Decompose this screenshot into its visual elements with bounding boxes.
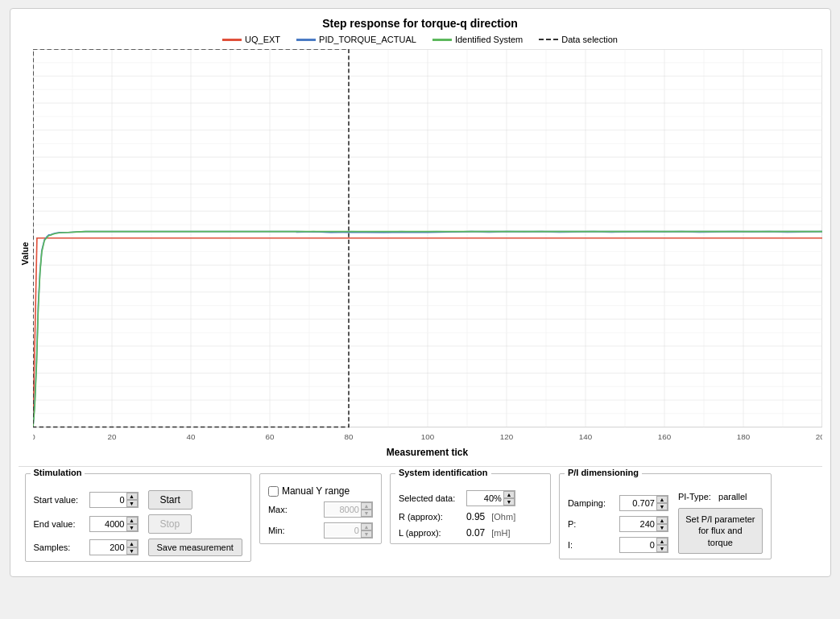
- selected-data-spin-buttons: ▲ ▼: [503, 491, 515, 506]
- chart-svg: 8000 7428 6857 6285 5714 5142 4571 4000 …: [33, 49, 822, 444]
- min-up[interactable]: ▲: [361, 523, 372, 530]
- start-value-spinner: ▲ ▼: [89, 492, 139, 508]
- svg-text:180: 180: [736, 432, 749, 441]
- samples-label: Samples:: [34, 543, 86, 552]
- max-spin-buttons: ▲ ▼: [361, 502, 372, 517]
- i-input[interactable]: [620, 539, 656, 551]
- x-axis-label: Measurement tick: [33, 447, 822, 458]
- p-input[interactable]: [620, 518, 656, 530]
- chart-legend: UQ_EXT PID_TORQUE_ACTUAL Identified Syst…: [19, 35, 822, 44]
- svg-text:200: 200: [815, 432, 821, 441]
- svg-text:160: 160: [657, 432, 670, 441]
- manual-y-group: Manual Y range Max: ▲ ▼ Min: ▲: [259, 473, 382, 544]
- end-value-up[interactable]: ▲: [126, 517, 138, 524]
- p-down[interactable]: ▼: [656, 524, 668, 531]
- start-value-label: Start value:: [34, 495, 86, 505]
- selected-data-input[interactable]: [467, 493, 503, 504]
- legend-identified: Identified System: [432, 35, 523, 44]
- max-input[interactable]: [325, 504, 361, 515]
- legend-data-selection: Data selection: [539, 35, 618, 44]
- r-label: R (approx):: [399, 512, 463, 522]
- samples-down[interactable]: ▼: [126, 547, 138, 555]
- legend-pid-line: [296, 39, 316, 41]
- r-unit: [Ohm]: [491, 512, 515, 522]
- start-value-up[interactable]: ▲: [126, 493, 138, 500]
- save-measurement-button[interactable]: Save measurement: [148, 539, 242, 556]
- legend-data-selection-label: Data selection: [561, 35, 618, 44]
- chart-plot-area: 8000 7428 6857 6285 5714 5142 4571 4000 …: [33, 49, 822, 458]
- max-spinner: ▲ ▼: [324, 501, 373, 518]
- stop-button[interactable]: Stop: [148, 514, 192, 534]
- manual-y-label: Manual Y range: [282, 485, 350, 497]
- legend-data-selection-line: [539, 39, 558, 40]
- end-value-spinner: ▲ ▼: [89, 516, 139, 532]
- system-id-group: System identification Selected data: ▲ ▼…: [390, 473, 551, 544]
- manual-y-checkbox[interactable]: [268, 486, 279, 497]
- set-pi-button[interactable]: Set P/I parameter for flux and torque: [678, 508, 763, 554]
- min-input[interactable]: [325, 525, 361, 536]
- pi-title: P/I dimensioning: [565, 468, 642, 477]
- min-down[interactable]: ▼: [361, 530, 372, 538]
- svg-text:100: 100: [420, 432, 433, 441]
- legend-identified-line: [432, 39, 452, 41]
- damping-down[interactable]: ▼: [656, 503, 668, 510]
- legend-pid-label: PID_TORQUE_ACTUAL: [319, 35, 416, 44]
- svg-text:0: 0: [33, 432, 35, 441]
- i-down[interactable]: ▼: [656, 545, 668, 552]
- legend-uq-ext-line: [222, 39, 242, 41]
- start-value-spin-buttons: ▲ ▼: [126, 493, 138, 507]
- pi-type-label: PI-Type:: [678, 492, 711, 501]
- selected-data-up[interactable]: ▲: [503, 491, 515, 498]
- min-spinner: ▲ ▼: [324, 522, 373, 539]
- pi-group: P/I dimensioning Damping: ▲ ▼: [559, 473, 772, 559]
- max-down[interactable]: ▼: [361, 510, 372, 517]
- pi-type-row: PI-Type: parallel: [678, 492, 747, 501]
- start-value-down[interactable]: ▼: [126, 500, 138, 507]
- end-value-spin-buttons: ▲ ▼: [126, 517, 138, 531]
- start-button[interactable]: Start: [148, 490, 192, 510]
- p-label: P:: [568, 519, 616, 529]
- manual-y-checkbox-row: Manual Y range: [268, 485, 373, 497]
- l-value: 0.07: [466, 527, 485, 539]
- y-axis-label-container: Value: [19, 49, 33, 458]
- min-spin-buttons: ▲ ▼: [361, 523, 372, 538]
- main-container: Step response for torque-q direction UQ_…: [10, 8, 831, 577]
- svg-text:60: 60: [265, 432, 274, 441]
- i-spinner: ▲ ▼: [619, 537, 668, 553]
- damping-input[interactable]: [620, 497, 656, 509]
- stimulation-title: Stimulation: [31, 468, 85, 477]
- svg-text:140: 140: [578, 432, 591, 441]
- selected-data-down[interactable]: ▼: [503, 498, 515, 506]
- end-value-input[interactable]: [90, 518, 126, 530]
- pi-left: Damping: ▲ ▼ P:: [568, 490, 668, 553]
- samples-input[interactable]: [90, 542, 126, 553]
- p-spin-buttons: ▲ ▼: [656, 517, 668, 531]
- damping-up[interactable]: ▲: [656, 496, 668, 503]
- controls-area: Stimulation Start value: ▲ ▼ Start End v…: [19, 466, 822, 568]
- pi-right: PI-Type: parallel Set P/I parameter for …: [678, 490, 763, 554]
- i-spin-buttons: ▲ ▼: [656, 538, 668, 552]
- max-up[interactable]: ▲: [361, 502, 372, 510]
- legend-uq-ext: UQ_EXT: [222, 35, 280, 44]
- damping-label: Damping:: [568, 498, 616, 508]
- p-up[interactable]: ▲: [656, 517, 668, 524]
- max-label: Max:: [268, 505, 321, 514]
- end-value-down[interactable]: ▼: [126, 524, 138, 531]
- svg-text:120: 120: [499, 432, 512, 441]
- r-value: 0.95: [466, 511, 485, 522]
- svg-text:20: 20: [107, 432, 116, 441]
- damping-spin-buttons: ▲ ▼: [656, 496, 668, 510]
- svg-text:80: 80: [344, 432, 353, 441]
- samples-up[interactable]: ▲: [126, 540, 138, 547]
- samples-spinner: ▲ ▼: [89, 539, 139, 555]
- start-value-input[interactable]: [90, 494, 126, 506]
- legend-identified-label: Identified System: [455, 35, 523, 44]
- i-label: I:: [568, 540, 616, 550]
- p-spinner: ▲ ▼: [619, 516, 668, 532]
- legend-uq-ext-label: UQ_EXT: [245, 35, 280, 44]
- svg-text:40: 40: [186, 432, 195, 441]
- y-axis-label: Value: [21, 242, 31, 266]
- l-label: L (approx):: [399, 528, 463, 538]
- min-label: Min:: [268, 526, 321, 535]
- i-up[interactable]: ▲: [656, 538, 668, 545]
